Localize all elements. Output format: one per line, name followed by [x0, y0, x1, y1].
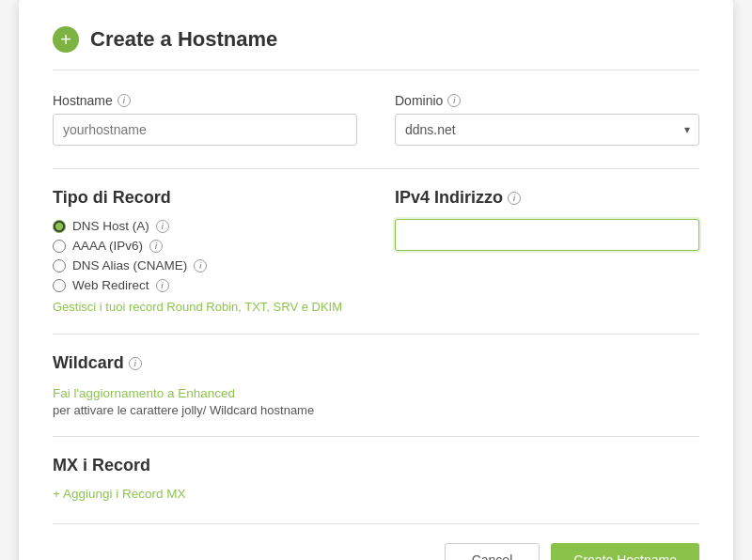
hostname-dominio-row: Hostname i Dominio i ddns.net no-ip.org … [53, 93, 699, 146]
dns-host-info-icon[interactable]: i [156, 220, 169, 233]
plus-icon: + [53, 26, 79, 53]
dominio-group: Dominio i ddns.net no-ip.org no-ip.com ▾ [395, 93, 699, 146]
mx-records-section: MX i Record + Aggiungi i Record MX [53, 456, 699, 501]
radio-dns-alias[interactable]: DNS Alias (CNAME) i [53, 258, 357, 272]
create-hostname-button[interactable]: Create Hostname [551, 543, 699, 560]
hostname-info-icon[interactable]: i [118, 94, 131, 107]
web-redirect-info-icon[interactable]: i [156, 279, 169, 292]
wildcard-title: Wildcard i [53, 353, 699, 373]
dominio-select[interactable]: ddns.net no-ip.org no-ip.com [395, 114, 699, 146]
dominio-label: Dominio i [395, 93, 699, 108]
hostname-group: Hostname i [53, 93, 357, 146]
divider-3 [53, 436, 699, 437]
dns-alias-info-icon[interactable]: i [194, 259, 207, 272]
ipv4-col: IPv4 Indirizzo i 11.11.11.11 [395, 188, 699, 315]
divider-2 [53, 334, 699, 334]
hostname-input[interactable] [53, 114, 357, 146]
wildcard-upgrade-link[interactable]: Fai l'aggiornamento a Enhanced [53, 386, 235, 400]
divider-1 [53, 168, 699, 169]
wildcard-section: Wildcard i Fai l'aggiornamento a Enhance… [53, 353, 699, 417]
wildcard-description: per attivare le carattere jolly/ Wildcar… [53, 403, 699, 417]
record-type-title: Tipo di Record [53, 188, 357, 208]
aaaa-info-icon[interactable]: i [149, 240, 163, 253]
modal-title: Create a Hostname [90, 27, 277, 52]
ipv4-input[interactable]: 11.11.11.11 [395, 219, 699, 251]
mx-title: MX i Record [53, 456, 699, 475]
hostname-label: Hostname i [53, 93, 357, 108]
add-mx-records-link[interactable]: + Aggiungi i Record MX [53, 487, 699, 501]
ipv4-title: IPv4 Indirizzo i [395, 188, 699, 208]
create-hostname-modal: + Create a Hostname Hostname i Dominio i… [19, 0, 733, 560]
radio-group: DNS Host (A) i AAAA (IPv6) i DNS Alias (… [53, 219, 357, 292]
radio-aaaa[interactable]: AAAA (IPv6) i [53, 239, 357, 253]
manage-records-link[interactable]: Gestisci i tuoi record Round Robin, TXT,… [53, 300, 342, 314]
wildcard-info-icon[interactable]: i [129, 357, 142, 370]
ipv4-info-icon[interactable]: i [508, 192, 521, 205]
dominio-select-wrapper: ddns.net no-ip.org no-ip.com ▾ [395, 114, 699, 146]
footer-buttons: Cancel Create Hostname [53, 523, 699, 560]
dominio-info-icon[interactable]: i [447, 94, 461, 107]
modal-header: + Create a Hostname [53, 26, 699, 70]
record-type-col: Tipo di Record DNS Host (A) i AAAA (IPv6… [53, 188, 357, 315]
radio-dns-host[interactable]: DNS Host (A) i [53, 219, 357, 233]
radio-web-redirect[interactable]: Web Redirect i [53, 278, 357, 292]
cancel-button[interactable]: Cancel [445, 543, 540, 560]
record-ipv4-row: Tipo di Record DNS Host (A) i AAAA (IPv6… [53, 188, 699, 315]
